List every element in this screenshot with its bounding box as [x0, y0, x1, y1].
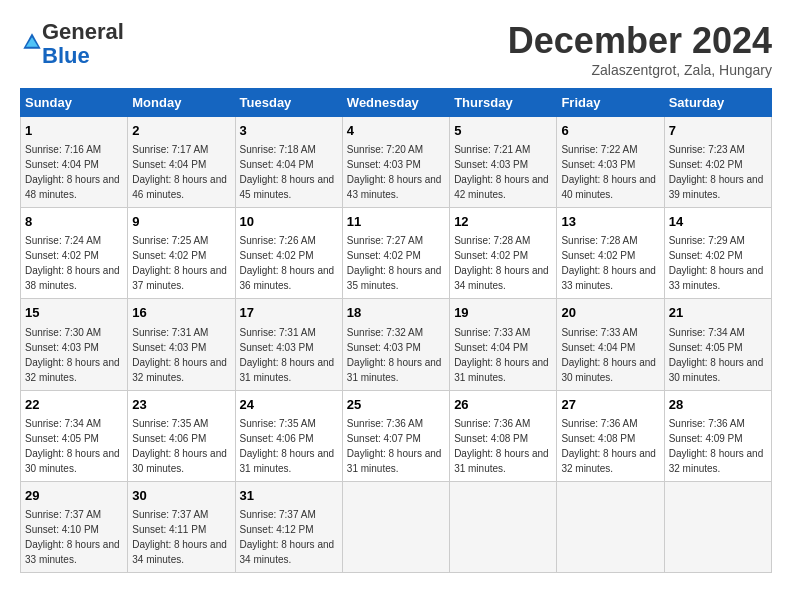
logo: General Blue [20, 20, 124, 68]
day-info: Sunrise: 7:26 AMSunset: 4:02 PMDaylight:… [240, 233, 338, 293]
calendar-cell: 19Sunrise: 7:33 AMSunset: 4:04 PMDayligh… [450, 299, 557, 390]
col-sunday: Sunday [21, 89, 128, 117]
day-info: Sunrise: 7:36 AMSunset: 4:08 PMDaylight:… [454, 416, 552, 476]
day-number: 9 [132, 213, 230, 231]
calendar-body: 1Sunrise: 7:16 AMSunset: 4:04 PMDaylight… [21, 117, 772, 573]
calendar-cell: 10Sunrise: 7:26 AMSunset: 4:02 PMDayligh… [235, 208, 342, 299]
calendar-cell: 13Sunrise: 7:28 AMSunset: 4:02 PMDayligh… [557, 208, 664, 299]
calendar-cell: 30Sunrise: 7:37 AMSunset: 4:11 PMDayligh… [128, 481, 235, 572]
calendar-cell: 8Sunrise: 7:24 AMSunset: 4:02 PMDaylight… [21, 208, 128, 299]
day-number: 24 [240, 396, 338, 414]
calendar-week-5: 29Sunrise: 7:37 AMSunset: 4:10 PMDayligh… [21, 481, 772, 572]
calendar-week-2: 8Sunrise: 7:24 AMSunset: 4:02 PMDaylight… [21, 208, 772, 299]
calendar-table: Sunday Monday Tuesday Wednesday Thursday… [20, 88, 772, 573]
day-number: 14 [669, 213, 767, 231]
calendar-cell: 31Sunrise: 7:37 AMSunset: 4:12 PMDayligh… [235, 481, 342, 572]
calendar-cell: 25Sunrise: 7:36 AMSunset: 4:07 PMDayligh… [342, 390, 449, 481]
calendar-cell: 27Sunrise: 7:36 AMSunset: 4:08 PMDayligh… [557, 390, 664, 481]
calendar-cell: 24Sunrise: 7:35 AMSunset: 4:06 PMDayligh… [235, 390, 342, 481]
month-title: December 2024 [508, 20, 772, 62]
day-info: Sunrise: 7:23 AMSunset: 4:02 PMDaylight:… [669, 142, 767, 202]
calendar-cell: 26Sunrise: 7:36 AMSunset: 4:08 PMDayligh… [450, 390, 557, 481]
col-saturday: Saturday [664, 89, 771, 117]
day-info: Sunrise: 7:24 AMSunset: 4:02 PMDaylight:… [25, 233, 123, 293]
day-info: Sunrise: 7:37 AMSunset: 4:11 PMDaylight:… [132, 507, 230, 567]
calendar-cell [342, 481, 449, 572]
day-info: Sunrise: 7:34 AMSunset: 4:05 PMDaylight:… [669, 325, 767, 385]
day-number: 4 [347, 122, 445, 140]
calendar-cell: 7Sunrise: 7:23 AMSunset: 4:02 PMDaylight… [664, 117, 771, 208]
day-number: 30 [132, 487, 230, 505]
day-number: 21 [669, 304, 767, 322]
day-info: Sunrise: 7:31 AMSunset: 4:03 PMDaylight:… [240, 325, 338, 385]
day-number: 19 [454, 304, 552, 322]
day-info: Sunrise: 7:27 AMSunset: 4:02 PMDaylight:… [347, 233, 445, 293]
calendar-cell: 29Sunrise: 7:37 AMSunset: 4:10 PMDayligh… [21, 481, 128, 572]
day-info: Sunrise: 7:36 AMSunset: 4:07 PMDaylight:… [347, 416, 445, 476]
calendar-cell: 3Sunrise: 7:18 AMSunset: 4:04 PMDaylight… [235, 117, 342, 208]
calendar-cell [557, 481, 664, 572]
calendar-cell: 14Sunrise: 7:29 AMSunset: 4:02 PMDayligh… [664, 208, 771, 299]
day-number: 7 [669, 122, 767, 140]
calendar-cell: 17Sunrise: 7:31 AMSunset: 4:03 PMDayligh… [235, 299, 342, 390]
day-number: 2 [132, 122, 230, 140]
col-wednesday: Wednesday [342, 89, 449, 117]
logo-blue-text: Blue [42, 43, 90, 68]
day-number: 8 [25, 213, 123, 231]
calendar-cell: 12Sunrise: 7:28 AMSunset: 4:02 PMDayligh… [450, 208, 557, 299]
day-info: Sunrise: 7:32 AMSunset: 4:03 PMDaylight:… [347, 325, 445, 385]
calendar-cell: 9Sunrise: 7:25 AMSunset: 4:02 PMDaylight… [128, 208, 235, 299]
calendar-cell: 4Sunrise: 7:20 AMSunset: 4:03 PMDaylight… [342, 117, 449, 208]
calendar-cell: 23Sunrise: 7:35 AMSunset: 4:06 PMDayligh… [128, 390, 235, 481]
day-info: Sunrise: 7:31 AMSunset: 4:03 PMDaylight:… [132, 325, 230, 385]
day-info: Sunrise: 7:21 AMSunset: 4:03 PMDaylight:… [454, 142, 552, 202]
calendar-cell: 1Sunrise: 7:16 AMSunset: 4:04 PMDaylight… [21, 117, 128, 208]
day-info: Sunrise: 7:16 AMSunset: 4:04 PMDaylight:… [25, 142, 123, 202]
day-number: 11 [347, 213, 445, 231]
day-number: 15 [25, 304, 123, 322]
day-info: Sunrise: 7:25 AMSunset: 4:02 PMDaylight:… [132, 233, 230, 293]
day-number: 27 [561, 396, 659, 414]
col-monday: Monday [128, 89, 235, 117]
logo-general-text: General [42, 19, 124, 44]
calendar-week-3: 15Sunrise: 7:30 AMSunset: 4:03 PMDayligh… [21, 299, 772, 390]
day-info: Sunrise: 7:28 AMSunset: 4:02 PMDaylight:… [561, 233, 659, 293]
day-number: 6 [561, 122, 659, 140]
day-info: Sunrise: 7:35 AMSunset: 4:06 PMDaylight:… [132, 416, 230, 476]
day-number: 13 [561, 213, 659, 231]
day-info: Sunrise: 7:36 AMSunset: 4:09 PMDaylight:… [669, 416, 767, 476]
day-number: 3 [240, 122, 338, 140]
day-number: 16 [132, 304, 230, 322]
day-number: 18 [347, 304, 445, 322]
day-number: 1 [25, 122, 123, 140]
calendar-week-4: 22Sunrise: 7:34 AMSunset: 4:05 PMDayligh… [21, 390, 772, 481]
day-info: Sunrise: 7:36 AMSunset: 4:08 PMDaylight:… [561, 416, 659, 476]
col-tuesday: Tuesday [235, 89, 342, 117]
logo-icon [22, 32, 42, 52]
day-info: Sunrise: 7:22 AMSunset: 4:03 PMDaylight:… [561, 142, 659, 202]
day-info: Sunrise: 7:29 AMSunset: 4:02 PMDaylight:… [669, 233, 767, 293]
title-area: December 2024 Zalaszentgrot, Zala, Hunga… [508, 20, 772, 78]
day-number: 20 [561, 304, 659, 322]
col-friday: Friday [557, 89, 664, 117]
day-number: 12 [454, 213, 552, 231]
calendar-header-row: Sunday Monday Tuesday Wednesday Thursday… [21, 89, 772, 117]
calendar-cell: 11Sunrise: 7:27 AMSunset: 4:02 PMDayligh… [342, 208, 449, 299]
calendar-cell: 5Sunrise: 7:21 AMSunset: 4:03 PMDaylight… [450, 117, 557, 208]
day-info: Sunrise: 7:18 AMSunset: 4:04 PMDaylight:… [240, 142, 338, 202]
day-info: Sunrise: 7:33 AMSunset: 4:04 PMDaylight:… [454, 325, 552, 385]
day-number: 5 [454, 122, 552, 140]
calendar-cell: 20Sunrise: 7:33 AMSunset: 4:04 PMDayligh… [557, 299, 664, 390]
day-number: 17 [240, 304, 338, 322]
day-info: Sunrise: 7:35 AMSunset: 4:06 PMDaylight:… [240, 416, 338, 476]
calendar-cell [664, 481, 771, 572]
page-header: General Blue December 2024 Zalaszentgrot… [20, 20, 772, 78]
day-number: 10 [240, 213, 338, 231]
day-info: Sunrise: 7:28 AMSunset: 4:02 PMDaylight:… [454, 233, 552, 293]
calendar-cell [450, 481, 557, 572]
col-thursday: Thursday [450, 89, 557, 117]
day-info: Sunrise: 7:37 AMSunset: 4:10 PMDaylight:… [25, 507, 123, 567]
day-number: 26 [454, 396, 552, 414]
calendar-cell: 21Sunrise: 7:34 AMSunset: 4:05 PMDayligh… [664, 299, 771, 390]
calendar-cell: 15Sunrise: 7:30 AMSunset: 4:03 PMDayligh… [21, 299, 128, 390]
